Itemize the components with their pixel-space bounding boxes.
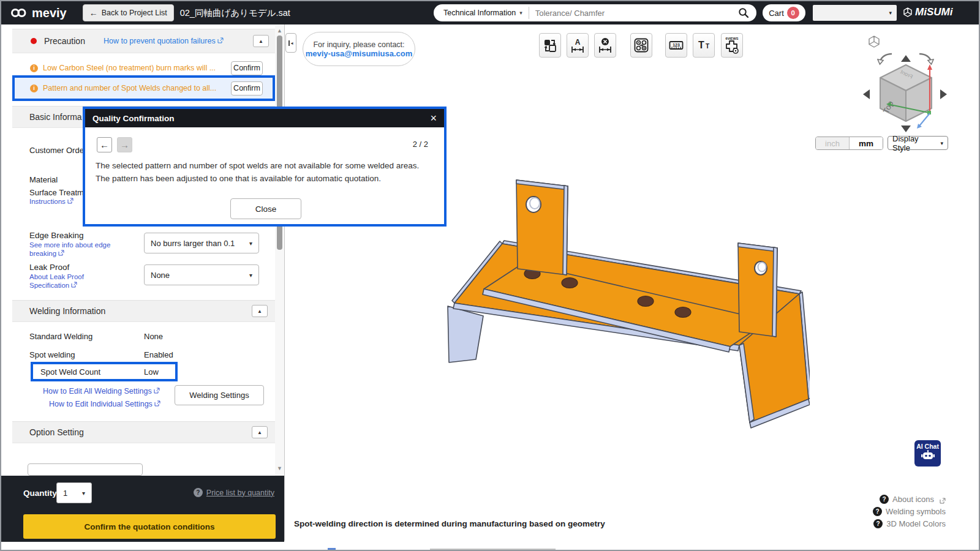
search-icon[interactable]	[738, 7, 749, 18]
welding-info-header: Welding Information ▲	[12, 300, 275, 322]
view-cube[interactable]: Front Top	[869, 58, 943, 131]
filename: 02_同軸曲げありモデル.sat	[180, 7, 290, 19]
search-category-label: Technical Information	[443, 9, 516, 17]
about-icons-link[interactable]: ? About icons	[880, 495, 946, 504]
search-input[interactable]	[529, 9, 738, 18]
svg-text:T: T	[706, 43, 709, 50]
standard-welding-value: None	[144, 332, 163, 341]
edit-individual-link[interactable]: How to Edit Individual Settings	[49, 400, 160, 408]
chevron-down-icon: ▾	[519, 10, 522, 16]
external-link-icon	[217, 37, 224, 43]
misumi-logo-icon	[903, 7, 912, 17]
alert-text: Pattern and number of Spot Welds changed…	[43, 84, 216, 92]
leak-proof-select[interactable]: None ▾	[144, 264, 259, 285]
app-window: meviy ← Back to Project List 02_同軸曲げありモデ…	[0, 0, 980, 551]
edit-all-welding-link[interactable]: How to Edit All Welding Settings	[43, 387, 160, 395]
svg-text:123: 123	[673, 43, 680, 47]
pager-prev-button[interactable]: ←	[97, 137, 112, 152]
precaution-collapse-button[interactable]: ▲	[253, 35, 269, 47]
external-link-icon	[67, 198, 74, 204]
surface-treatment-label: Surface Treatm	[29, 188, 84, 197]
edge-breaking-label: Edge Breaking	[29, 231, 84, 240]
pager-count: 2 / 2	[413, 140, 428, 149]
edge-breaking-info-link[interactable]: See more info about edge breaking	[29, 241, 121, 258]
welding-settings-button[interactable]: Welding Settings	[175, 385, 264, 405]
cart-label: Cart	[769, 9, 784, 18]
back-button-label: Back to Project List	[102, 9, 167, 17]
option-partial-select[interactable]	[28, 463, 143, 476]
collapse-left-icon: ◂	[288, 40, 293, 46]
info-icon: i	[30, 64, 38, 72]
ruler-123-icon[interactable]: 123	[665, 33, 687, 58]
panel-collapse-handle[interactable]: ◂	[285, 33, 296, 53]
modal-header: Quality Confirmation ×	[85, 109, 444, 127]
quantity-select[interactable]: 1 ▾	[56, 482, 92, 503]
quantity-label: Quantity	[23, 489, 57, 498]
scroll-up-arrow[interactable]: ▲	[277, 28, 282, 34]
ai-chat-button[interactable]: AI Chat	[914, 440, 941, 467]
contact-email-link[interactable]: meviy-usa@misumiusa.com	[306, 49, 413, 58]
confirm-alert-button[interactable]: Confirm	[231, 61, 263, 75]
external-link-icon	[154, 387, 160, 393]
spot-weld-count-value: Low	[144, 367, 159, 377]
edge-breaking-select[interactable]: No burrs larger than 0.1 ▾	[144, 233, 259, 253]
external-link-icon	[58, 249, 64, 255]
precaution-header: Precaution How to prevent quotation fail…	[12, 29, 275, 53]
prevent-failures-link[interactable]: How to prevent quotation failures	[104, 37, 224, 45]
swap-views-icon[interactable]	[539, 33, 561, 58]
welding-symbols-link[interactable]: ? Welding symbols	[873, 507, 946, 516]
spot-welding-label: Spot welding	[29, 350, 75, 359]
leak-proof-info-link[interactable]: About Leak Proof Specification	[29, 272, 109, 290]
text-size-icon[interactable]: TT	[693, 33, 715, 58]
question-icon: ?	[194, 488, 203, 497]
svg-text:T: T	[698, 40, 704, 50]
unit-inch-option[interactable]: inch	[816, 137, 849, 149]
search-bar: Technical Information ▾	[434, 4, 756, 21]
modal-title: Quality Confirmation	[92, 114, 175, 123]
model-colors-label: 3D Model Colors	[886, 519, 946, 528]
settings-panel: Precaution How to prevent quotation fail…	[12, 24, 275, 476]
scroll-down-arrow[interactable]: ▼	[277, 465, 282, 471]
modal-close-button[interactable]: Close	[230, 198, 301, 219]
confirm-quotation-button[interactable]: Confirm the quotation conditions	[23, 514, 276, 539]
option-collapse-button[interactable]: ▲	[252, 426, 268, 438]
price-list-link[interactable]: ? Price list by quantity	[194, 488, 274, 497]
cart-button[interactable]: Cart 0	[763, 4, 805, 21]
user-menu-dropdown[interactable]: ▾	[813, 5, 897, 21]
back-to-project-list-button[interactable]: ← Back to Project List	[83, 4, 174, 21]
unit-mm-option[interactable]: mm	[849, 137, 883, 149]
welding-info-title: Welding Information	[29, 306, 105, 316]
display-style-dropdown[interactable]: Display Style ▾	[888, 136, 948, 150]
chevron-down-icon: ▾	[940, 140, 943, 146]
welding-collapse-button[interactable]: ▲	[252, 305, 268, 317]
pager-next-button[interactable]: →	[117, 137, 132, 152]
svg-text:A: A	[575, 38, 581, 47]
back-arrow-icon: ←	[89, 8, 98, 18]
material-label: Material	[29, 175, 58, 184]
spot-weld-count-label: Spot Weld Count	[40, 367, 100, 377]
meviy-logo-text: meviy	[32, 6, 67, 20]
dimension-text-icon[interactable]: A	[567, 33, 589, 58]
chevron-down-icon: ▾	[249, 272, 252, 279]
part-3d-model[interactable]	[430, 156, 810, 431]
legend-fragment	[430, 549, 556, 551]
question-icon: ?	[873, 507, 882, 516]
misumi-brand-text: MiSUMi	[915, 6, 952, 18]
search-category-dropdown[interactable]: Technical Information ▾	[434, 4, 529, 21]
chevron-down-icon: ▾	[82, 490, 85, 497]
instructions-link[interactable]: Instructions	[29, 198, 74, 205]
close-icon[interactable]: ×	[430, 113, 437, 124]
external-link-icon	[940, 497, 946, 503]
model-colors-link[interactable]: ? 3D Model Colors	[873, 519, 946, 528]
chevron-down-icon: ▾	[249, 240, 252, 247]
confirm-alert-button[interactable]: Confirm	[231, 81, 263, 96]
cart-count-badge: 0	[787, 7, 799, 19]
spot-weld-pattern-icon[interactable]	[630, 33, 652, 58]
alert-row-highlighted: i Pattern and number of Spot Welds chang…	[12, 75, 275, 101]
meviy-logo-icon	[10, 7, 28, 19]
ai-chat-label: AI Chat	[916, 443, 939, 450]
standard-welding-label: Standard Welding	[29, 332, 92, 341]
six-views-icon[interactable]: 6VIEWS	[721, 33, 743, 58]
dimension-hide-icon[interactable]	[594, 33, 616, 58]
home-view-icon[interactable]	[867, 35, 881, 48]
